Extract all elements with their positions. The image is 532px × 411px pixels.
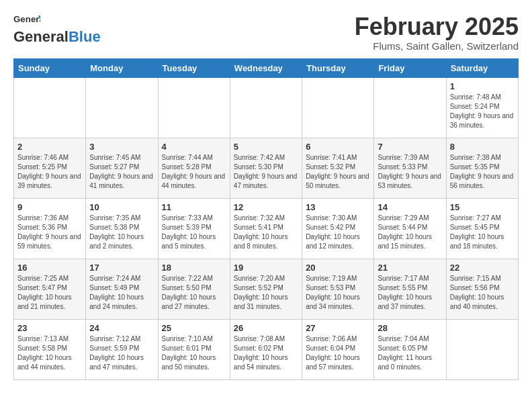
calendar-cell: 12Sunrise: 7:32 AM Sunset: 5:41 PM Dayli… bbox=[230, 198, 302, 259]
calendar-week-1: 1Sunrise: 7:48 AM Sunset: 5:24 PM Daylig… bbox=[14, 77, 519, 138]
day-info: Sunrise: 7:41 AM Sunset: 5:32 PM Dayligh… bbox=[306, 153, 370, 191]
calendar-cell bbox=[374, 77, 446, 138]
day-info: Sunrise: 7:48 AM Sunset: 5:24 PM Dayligh… bbox=[450, 93, 515, 130]
calendar-cell: 10Sunrise: 7:35 AM Sunset: 5:38 PM Dayli… bbox=[86, 198, 158, 259]
calendar-cell: 28Sunrise: 7:04 AM Sunset: 6:05 PM Dayli… bbox=[374, 319, 446, 379]
weekday-header-friday: Friday bbox=[374, 58, 446, 77]
day-number: 3 bbox=[89, 142, 154, 152]
calendar-cell: 9Sunrise: 7:36 AM Sunset: 5:36 PM Daylig… bbox=[14, 198, 86, 259]
calendar-cell: 22Sunrise: 7:15 AM Sunset: 5:56 PM Dayli… bbox=[446, 259, 518, 319]
logo-icon: General bbox=[13, 13, 40, 27]
day-number: 4 bbox=[162, 142, 226, 152]
weekday-header-monday: Monday bbox=[86, 58, 158, 77]
calendar-cell: 24Sunrise: 7:12 AM Sunset: 5:59 PM Dayli… bbox=[86, 319, 158, 379]
logo: General General Blue bbox=[13, 13, 101, 46]
day-info: Sunrise: 7:17 AM Sunset: 5:55 PM Dayligh… bbox=[378, 274, 442, 312]
day-number: 14 bbox=[378, 202, 442, 212]
day-info: Sunrise: 7:12 AM Sunset: 5:59 PM Dayligh… bbox=[89, 334, 154, 372]
day-info: Sunrise: 7:36 AM Sunset: 5:36 PM Dayligh… bbox=[17, 214, 82, 251]
calendar-cell bbox=[14, 77, 86, 138]
calendar-cell bbox=[446, 319, 518, 379]
weekday-header-sunday: Sunday bbox=[14, 58, 86, 77]
calendar-cell: 7Sunrise: 7:39 AM Sunset: 5:33 PM Daylig… bbox=[374, 138, 446, 198]
day-info: Sunrise: 7:27 AM Sunset: 5:45 PM Dayligh… bbox=[450, 214, 515, 251]
calendar-cell: 27Sunrise: 7:06 AM Sunset: 6:04 PM Dayli… bbox=[302, 319, 374, 379]
day-number: 21 bbox=[378, 263, 442, 273]
day-number: 15 bbox=[450, 202, 515, 212]
day-number: 11 bbox=[162, 202, 226, 212]
calendar-week-3: 9Sunrise: 7:36 AM Sunset: 5:36 PM Daylig… bbox=[14, 198, 519, 259]
day-number: 18 bbox=[162, 263, 226, 273]
logo-general: General bbox=[13, 28, 69, 46]
calendar-cell bbox=[302, 77, 374, 138]
day-info: Sunrise: 7:35 AM Sunset: 5:38 PM Dayligh… bbox=[89, 214, 154, 251]
calendar-cell: 20Sunrise: 7:19 AM Sunset: 5:53 PM Dayli… bbox=[302, 259, 374, 319]
day-info: Sunrise: 7:06 AM Sunset: 6:04 PM Dayligh… bbox=[306, 334, 370, 372]
day-info: Sunrise: 7:19 AM Sunset: 5:53 PM Dayligh… bbox=[306, 274, 370, 312]
title-block: February 2025 Flums, Saint Gallen, Switz… bbox=[355, 13, 519, 52]
calendar-cell: 11Sunrise: 7:33 AM Sunset: 5:39 PM Dayli… bbox=[158, 198, 230, 259]
calendar-cell: 23Sunrise: 7:13 AM Sunset: 5:58 PM Dayli… bbox=[14, 319, 86, 379]
calendar-cell: 25Sunrise: 7:10 AM Sunset: 6:01 PM Dayli… bbox=[158, 319, 230, 379]
calendar-cell: 16Sunrise: 7:25 AM Sunset: 5:47 PM Dayli… bbox=[14, 259, 86, 319]
calendar-cell: 26Sunrise: 7:08 AM Sunset: 6:02 PM Dayli… bbox=[230, 319, 302, 379]
day-number: 7 bbox=[378, 142, 442, 152]
day-info: Sunrise: 7:08 AM Sunset: 6:02 PM Dayligh… bbox=[234, 334, 298, 372]
weekday-header-row: SundayMondayTuesdayWednesdayThursdayFrid… bbox=[14, 58, 519, 77]
calendar-cell bbox=[230, 77, 302, 138]
day-number: 16 bbox=[17, 263, 82, 273]
calendar-cell bbox=[86, 77, 158, 138]
day-info: Sunrise: 7:46 AM Sunset: 5:25 PM Dayligh… bbox=[17, 153, 82, 191]
day-number: 8 bbox=[450, 142, 515, 152]
month-year: February 2025 bbox=[355, 13, 519, 40]
calendar-cell: 1Sunrise: 7:48 AM Sunset: 5:24 PM Daylig… bbox=[446, 77, 518, 138]
calendar-cell: 6Sunrise: 7:41 AM Sunset: 5:32 PM Daylig… bbox=[302, 138, 374, 198]
day-number: 25 bbox=[162, 323, 226, 333]
calendar-cell: 5Sunrise: 7:42 AM Sunset: 5:30 PM Daylig… bbox=[230, 138, 302, 198]
day-info: Sunrise: 7:20 AM Sunset: 5:52 PM Dayligh… bbox=[234, 274, 298, 312]
calendar-cell: 4Sunrise: 7:44 AM Sunset: 5:28 PM Daylig… bbox=[158, 138, 230, 198]
day-number: 6 bbox=[306, 142, 370, 152]
day-info: Sunrise: 7:33 AM Sunset: 5:39 PM Dayligh… bbox=[162, 214, 226, 251]
calendar-cell: 2Sunrise: 7:46 AM Sunset: 5:25 PM Daylig… bbox=[14, 138, 86, 198]
calendar-cell: 15Sunrise: 7:27 AM Sunset: 5:45 PM Dayli… bbox=[446, 198, 518, 259]
calendar-cell: 19Sunrise: 7:20 AM Sunset: 5:52 PM Dayli… bbox=[230, 259, 302, 319]
day-info: Sunrise: 7:25 AM Sunset: 5:47 PM Dayligh… bbox=[17, 274, 82, 312]
day-number: 28 bbox=[378, 323, 442, 333]
calendar-cell: 14Sunrise: 7:29 AM Sunset: 5:44 PM Dayli… bbox=[374, 198, 446, 259]
calendar-cell bbox=[158, 77, 230, 138]
day-info: Sunrise: 7:29 AM Sunset: 5:44 PM Dayligh… bbox=[378, 214, 442, 251]
day-number: 9 bbox=[17, 202, 82, 212]
day-number: 22 bbox=[450, 263, 515, 273]
day-info: Sunrise: 7:39 AM Sunset: 5:33 PM Dayligh… bbox=[378, 153, 442, 191]
day-number: 10 bbox=[89, 202, 154, 212]
day-number: 20 bbox=[306, 263, 370, 273]
day-info: Sunrise: 7:42 AM Sunset: 5:30 PM Dayligh… bbox=[234, 153, 298, 191]
weekday-header-tuesday: Tuesday bbox=[158, 58, 230, 77]
day-info: Sunrise: 7:30 AM Sunset: 5:42 PM Dayligh… bbox=[306, 214, 370, 251]
weekday-header-thursday: Thursday bbox=[302, 58, 374, 77]
calendar-week-5: 23Sunrise: 7:13 AM Sunset: 5:58 PM Dayli… bbox=[14, 319, 519, 379]
calendar-cell: 13Sunrise: 7:30 AM Sunset: 5:42 PM Dayli… bbox=[302, 198, 374, 259]
svg-text:General: General bbox=[13, 14, 40, 24]
day-number: 23 bbox=[17, 323, 82, 333]
weekday-header-saturday: Saturday bbox=[446, 58, 518, 77]
day-info: Sunrise: 7:32 AM Sunset: 5:41 PM Dayligh… bbox=[234, 214, 298, 251]
calendar-week-4: 16Sunrise: 7:25 AM Sunset: 5:47 PM Dayli… bbox=[14, 259, 519, 319]
day-info: Sunrise: 7:45 AM Sunset: 5:27 PM Dayligh… bbox=[89, 153, 154, 191]
calendar-cell: 3Sunrise: 7:45 AM Sunset: 5:27 PM Daylig… bbox=[86, 138, 158, 198]
day-number: 2 bbox=[17, 142, 82, 152]
day-number: 27 bbox=[306, 323, 370, 333]
day-info: Sunrise: 7:15 AM Sunset: 5:56 PM Dayligh… bbox=[450, 274, 515, 312]
weekday-header-wednesday: Wednesday bbox=[230, 58, 302, 77]
calendar-table: SundayMondayTuesdayWednesdayThursdayFrid… bbox=[13, 58, 519, 380]
day-number: 17 bbox=[89, 263, 154, 273]
calendar-cell: 8Sunrise: 7:38 AM Sunset: 5:35 PM Daylig… bbox=[446, 138, 518, 198]
day-number: 5 bbox=[234, 142, 298, 152]
calendar-cell: 17Sunrise: 7:24 AM Sunset: 5:49 PM Dayli… bbox=[86, 259, 158, 319]
calendar-week-2: 2Sunrise: 7:46 AM Sunset: 5:25 PM Daylig… bbox=[14, 138, 519, 198]
day-info: Sunrise: 7:24 AM Sunset: 5:49 PM Dayligh… bbox=[89, 274, 154, 312]
day-info: Sunrise: 7:13 AM Sunset: 5:58 PM Dayligh… bbox=[17, 334, 82, 372]
calendar-cell: 21Sunrise: 7:17 AM Sunset: 5:55 PM Dayli… bbox=[374, 259, 446, 319]
day-info: Sunrise: 7:44 AM Sunset: 5:28 PM Dayligh… bbox=[162, 153, 226, 191]
